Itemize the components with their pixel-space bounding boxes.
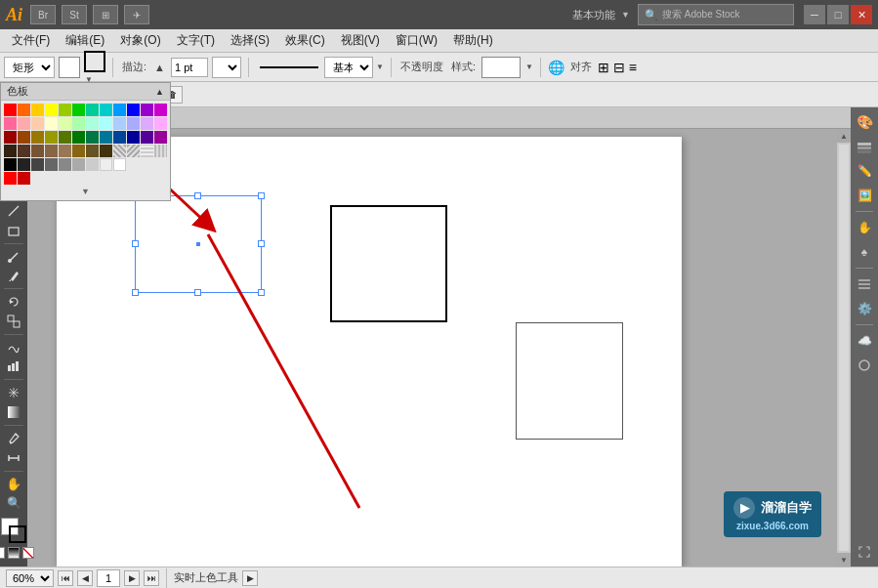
br-icon[interactable]: Br [30, 5, 56, 24]
nav-next-button[interactable]: ▶ [124, 570, 140, 586]
menu-type[interactable]: 文字(T) [169, 30, 223, 51]
stroke-up-arrow[interactable]: ▲ [154, 62, 165, 73]
swatch-lt-yellow[interactable] [45, 117, 58, 130]
eyedropper-tool[interactable] [2, 430, 25, 447]
send-icon[interactable]: ✈ [124, 5, 149, 24]
stroke-value-input[interactable] [171, 58, 208, 77]
rp-color-icon[interactable]: 🎨 [854, 111, 875, 133]
gradient-tool[interactable] [2, 403, 25, 421]
rp-edit-icon[interactable]: ✏️ [854, 160, 875, 182]
swatch-pattern-1[interactable] [113, 145, 126, 157]
hand-tool[interactable]: ✋ [2, 475, 25, 492]
warp-tool[interactable] [2, 339, 25, 357]
zoom-select[interactable]: 60% [6, 569, 54, 587]
swatch-earth-2[interactable] [18, 145, 30, 157]
swatch-dk-teal[interactable] [86, 131, 99, 144]
shape-select[interactable]: 矩形 [4, 57, 55, 78]
swatch-dk-magenta[interactable] [154, 131, 167, 144]
swatch-mint[interactable] [86, 117, 99, 130]
handle-right-mid[interactable] [258, 240, 265, 247]
menu-object[interactable]: 对象(O) [112, 30, 168, 51]
nav-prev-button[interactable]: ◀ [77, 570, 93, 586]
swatch-pattern-2[interactable] [127, 145, 140, 157]
st-icon[interactable]: St [62, 5, 87, 24]
swatch-lt-magenta[interactable] [154, 117, 167, 130]
fill-color-swatch[interactable] [59, 57, 80, 78]
graph-tool[interactable] [2, 358, 25, 376]
menu-icon[interactable]: ≡ [629, 60, 637, 75]
swatch-purple[interactable] [141, 104, 153, 116]
menu-select[interactable]: 选择(S) [223, 30, 277, 51]
menu-view[interactable]: 视图(V) [333, 30, 388, 51]
swatch-earth-6[interactable] [72, 145, 85, 157]
swatch-black[interactable] [4, 158, 17, 171]
handle-bottom-right[interactable] [258, 289, 265, 296]
shape-tool[interactable] [2, 222, 25, 239]
minimize-button[interactable]: ─ [804, 5, 825, 24]
swatch-pattern-4[interactable] [154, 145, 167, 157]
arrange-icon[interactable]: ⊟ [613, 60, 625, 75]
handle-top-mid[interactable] [194, 192, 201, 199]
swatch-gray-5[interactable] [72, 158, 85, 171]
status-arrow-right[interactable]: ▶ [242, 570, 258, 586]
swatch-pink[interactable] [4, 117, 17, 130]
swatch-dk-brown[interactable] [31, 131, 44, 144]
swatch-lt-yg[interactable] [59, 117, 71, 130]
swatch-earth-3[interactable] [31, 145, 44, 157]
handle-bottom-left[interactable] [132, 289, 139, 296]
rp-layers-icon[interactable] [854, 136, 875, 157]
rp-expand-icon[interactable] [854, 541, 875, 563]
rp-cloud-icon[interactable]: ☁️ [854, 330, 875, 352]
stroke-color-box[interactable] [9, 525, 26, 543]
swatch-dk-yg[interactable] [59, 131, 71, 144]
gradient-mode-icon[interactable] [8, 547, 20, 559]
swatch-dk-red[interactable] [4, 131, 17, 144]
zoom-tool[interactable]: 🔍 [2, 494, 25, 512]
menu-edit[interactable]: 编辑(E) [58, 30, 112, 51]
search-bar[interactable]: 🔍 搜索 Adobe Stock [638, 4, 794, 25]
swatch-cyan[interactable] [100, 104, 112, 116]
menu-effect[interactable]: 效果(C) [277, 30, 333, 51]
swatch-lt-purple[interactable] [141, 117, 153, 130]
line-tool[interactable] [2, 202, 25, 220]
handle-top-right[interactable] [258, 192, 265, 199]
swatch-dk-navy[interactable] [127, 131, 140, 144]
swatch-pattern-3[interactable] [141, 145, 153, 157]
swatch-lt-cyan[interactable] [100, 117, 112, 130]
swatch-earth-5[interactable] [59, 145, 71, 157]
menu-help[interactable]: 帮助(H) [445, 30, 501, 51]
swatch-sky-blue[interactable] [113, 104, 126, 116]
swatch-blue[interactable] [127, 104, 140, 116]
color-panel-scroll-up[interactable]: ▲ [155, 87, 164, 97]
rp-circle-icon[interactable] [854, 355, 875, 376]
swatch-dk-blue[interactable] [113, 131, 126, 144]
handle-left-mid[interactable] [132, 240, 139, 247]
grid-icon[interactable]: ⊞ [598, 60, 609, 75]
pencil-tool[interactable] [2, 267, 25, 284]
swatch-dk-cyan[interactable] [100, 131, 112, 144]
style-swatch[interactable] [481, 57, 521, 78]
measure-tool[interactable] [2, 449, 25, 467]
scale-tool[interactable] [2, 313, 25, 330]
swatch-cyan-green[interactable] [86, 104, 99, 116]
swatch-dk-orange[interactable] [18, 131, 30, 144]
swatch-dk-green[interactable] [72, 131, 85, 144]
swatch-yellow-green[interactable] [59, 104, 71, 116]
scroll-up-button[interactable]: ▲ [837, 129, 851, 143]
stroke-style-select[interactable]: ▼ [212, 57, 241, 78]
swatch-lavender[interactable] [127, 117, 140, 130]
nav-last-button[interactable]: ⏭ [144, 570, 159, 586]
black-rect-shape[interactable] [516, 322, 623, 440]
swatch-green[interactable] [72, 104, 85, 116]
black-square-shape[interactable] [330, 205, 447, 322]
rotate-tool[interactable] [2, 293, 25, 311]
swatch-gray-3[interactable] [45, 158, 58, 171]
swatch-red[interactable] [4, 104, 17, 116]
rp-image-icon[interactable]: 🖼️ [854, 185, 875, 206]
blue-selected-rectangle[interactable] [135, 195, 262, 293]
nav-first-button[interactable]: ⏮ [58, 570, 73, 586]
swatch-lt-blue[interactable] [113, 117, 126, 130]
menu-window[interactable]: 窗口(W) [388, 30, 445, 51]
page-number-input[interactable] [97, 569, 120, 587]
canvas-scrollbar-right[interactable]: ▲ ▼ [837, 129, 851, 567]
